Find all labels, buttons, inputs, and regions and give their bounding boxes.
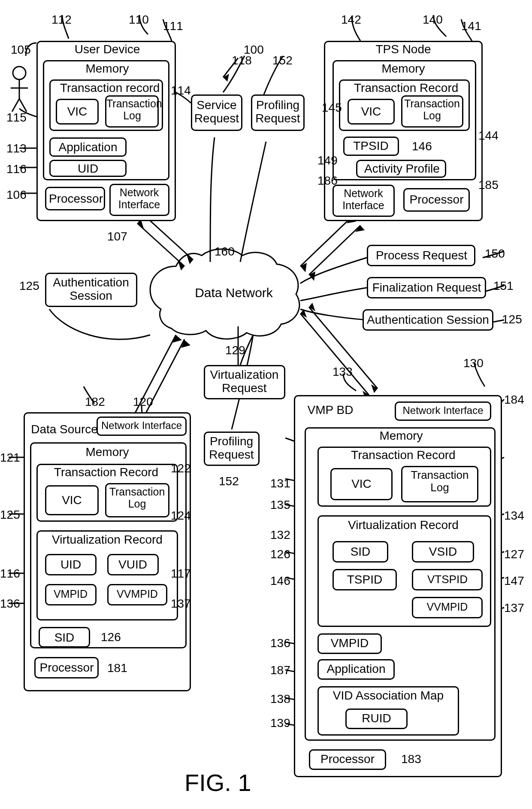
ds-vr-label: Virtualization Record <box>49 533 165 547</box>
ref-131: 131 <box>270 477 290 490</box>
ds-uid-label: UID <box>51 558 90 572</box>
ref-183: 183 <box>401 752 421 766</box>
service-request-label: Service Request <box>193 99 240 125</box>
ref-184: 184 <box>504 393 524 407</box>
vmp-proc-label: Processor <box>315 753 380 766</box>
ref-147: 147 <box>504 574 524 588</box>
ref-150: 150 <box>485 247 505 261</box>
ds-tlog-label: Transaction Log <box>108 486 166 510</box>
vmp-vmpid-label: VMPID <box>324 637 375 650</box>
ref-126: 126 <box>101 630 121 644</box>
vmp-vic-label: VIC <box>339 477 384 491</box>
ref-152: 152 <box>272 54 293 67</box>
svg-line-11 <box>300 313 369 395</box>
ref-110: 110 <box>129 13 149 27</box>
ref-121: 121 <box>0 451 20 465</box>
tps-tr-label: Transaction Record <box>354 82 453 95</box>
tps-node-title: TPS Node <box>371 43 435 56</box>
tps-proc-label: Processor <box>408 193 466 207</box>
ref-145: 145 <box>322 101 342 115</box>
ref-137: 137 <box>171 597 191 611</box>
ref-113: 113 <box>6 142 27 155</box>
vmp-vtspid-label: VTSPID <box>417 573 478 586</box>
ds-vuid-label: VUID <box>112 558 153 572</box>
ds-memory-label: Memory <box>84 446 131 459</box>
ref-142: 142 <box>341 13 361 27</box>
ref-134: 134 <box>504 509 524 523</box>
vmp-tspid-label: TSPID <box>339 573 390 587</box>
ref-181: 181 <box>107 661 127 675</box>
user-device-netif-label: Network Interface <box>112 187 166 210</box>
svg-marker-17 <box>300 263 307 272</box>
auth-session-right-label: Authentication Session <box>365 313 491 327</box>
user-device-vic-label: VIC <box>60 105 94 119</box>
vmp-vidmap-label: VID Association Map <box>324 689 453 703</box>
vmp-netif-label: Network Interface <box>397 405 489 416</box>
data-source-title: Data Source <box>30 423 99 436</box>
ref-120: 120 <box>133 395 153 409</box>
ref-125c: 125 <box>502 313 522 326</box>
svg-line-9 <box>129 335 176 425</box>
ref-111: 111 <box>163 19 183 33</box>
tps-activity-label: Activity Profile <box>361 162 443 176</box>
finalization-request-label: Finalization Request <box>370 281 484 295</box>
user-device-proc-label: Processor <box>48 192 104 206</box>
ds-vvmpid-label: VVMPID <box>109 588 165 600</box>
ref-116: 116 <box>6 162 27 176</box>
ref-160: 160 <box>215 245 235 259</box>
ref-141: 141 <box>461 19 481 33</box>
ref-185: 185 <box>478 178 499 192</box>
ref-137b: 137 <box>504 601 524 615</box>
ds-vic-label: VIC <box>51 494 92 507</box>
ref-114: 114 <box>171 84 191 97</box>
ref-135: 135 <box>270 498 290 512</box>
ref-187: 187 <box>270 663 290 677</box>
ref-146: 146 <box>412 140 432 153</box>
ref-129: 129 <box>225 344 245 357</box>
ref-139: 139 <box>270 716 290 730</box>
ds-sid-label: SID <box>45 631 84 645</box>
svg-marker-19 <box>309 271 315 281</box>
profiling-request-bottom-label: Profiling Request <box>207 435 256 462</box>
ref-136: 136 <box>0 597 20 611</box>
ref-122: 122 <box>171 462 191 475</box>
user-device-uid-label: UID <box>69 162 107 176</box>
profiling-request-top-label: Profiling Request <box>253 99 302 125</box>
ds-vmpid-label: VMPID <box>48 588 93 600</box>
virt-request-label: Virtualization Request <box>207 368 282 395</box>
vmp-vr-label: Virtualization Record <box>339 519 468 532</box>
ref-124: 124 <box>171 509 191 523</box>
vmp-vvmpid-label: VVMPID <box>416 601 478 613</box>
auth-session-left-label: Authentication Session <box>48 276 134 303</box>
vmp-tr-label: Transaction Record <box>343 449 463 462</box>
tps-tpsid-label: TPSID <box>348 140 393 153</box>
ref-144: 144 <box>478 129 499 143</box>
ref-125b: 125 <box>0 508 20 522</box>
ref-105: 105 <box>11 43 31 57</box>
ds-proc-label: Processor <box>38 661 96 675</box>
figure-label: FIG. 1 <box>184 769 251 797</box>
ref-152b: 152 <box>219 474 239 488</box>
ref-115: 115 <box>6 111 27 125</box>
user-device-tlog-label: Transaction Log <box>106 98 158 122</box>
user-device-title: User Device <box>73 43 142 56</box>
ref-140: 140 <box>423 13 443 27</box>
ref-106: 106 <box>6 188 27 202</box>
ref-182: 182 <box>85 395 105 409</box>
vmp-memory-label: Memory <box>378 429 425 443</box>
ref-132: 132 <box>270 528 290 542</box>
tps-tlog-label: Transaction Log <box>404 98 460 122</box>
ref-126b: 126 <box>270 547 290 561</box>
ref-136b: 136 <box>270 636 290 650</box>
ref-117: 117 <box>171 567 191 581</box>
vmp-sid-label: SID <box>341 545 380 559</box>
ref-146b: 146 <box>270 574 290 588</box>
user-device-app-label: Application <box>56 141 120 154</box>
vmp-ruid-label: RUID <box>352 712 401 725</box>
ref-118: 118 <box>232 54 252 67</box>
svg-point-0 <box>13 67 26 79</box>
ref-149: 149 <box>317 154 338 167</box>
vmp-app-label: Application <box>324 663 388 676</box>
ref-112: 112 <box>51 13 72 27</box>
svg-line-3 <box>12 99 19 112</box>
